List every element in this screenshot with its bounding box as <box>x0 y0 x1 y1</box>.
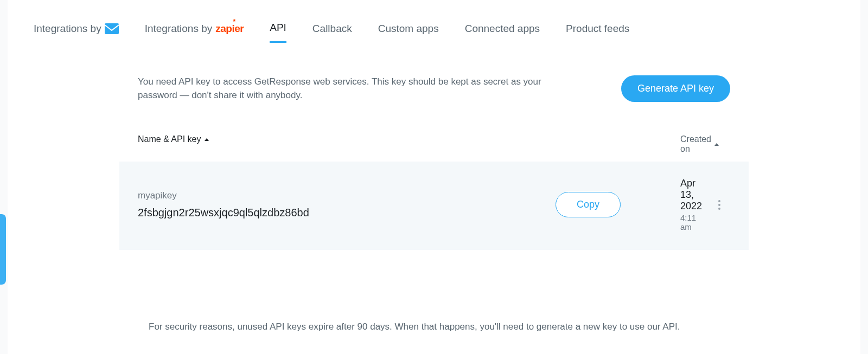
api-key-cell: myapikey 2fsbgjgn2r25wsxjqc9ql5qlzdbz86b… <box>138 190 556 219</box>
table-row: myapikey 2fsbgjgn2r25wsxjqc9ql5qlzdbz86b… <box>119 162 749 250</box>
tab-custom-apps[interactable]: Custom apps <box>378 23 439 42</box>
api-key-name: myapikey <box>138 190 556 201</box>
tab-label: Integrations by <box>145 23 213 35</box>
created-date: Apr 13, 2022 <box>680 178 709 212</box>
tab-api[interactable]: API <box>270 22 286 43</box>
sort-name-api-key[interactable]: Name & API key <box>138 134 209 144</box>
intro-text: You need API key to access GetResponse w… <box>138 75 577 102</box>
intro-row: You need API key to access GetResponse w… <box>138 75 730 102</box>
tab-integrations-envelope[interactable]: Integrations by <box>34 23 119 42</box>
tab-label: Callback <box>312 23 352 35</box>
tab-label: Connected apps <box>465 23 540 35</box>
caret-up-icon <box>714 143 719 146</box>
envelope-icon <box>105 23 119 34</box>
column-label: Name & API key <box>138 134 201 144</box>
row-actions-menu[interactable] <box>709 197 730 213</box>
tab-label: Integrations by <box>34 23 101 35</box>
api-keys-table: Name & API key Created on myapikey 2fsbg <box>119 134 749 250</box>
column-label: Created on <box>680 134 711 154</box>
svg-rect-0 <box>105 23 119 34</box>
caret-up-icon <box>205 138 209 141</box>
generate-api-key-button[interactable]: Generate API key <box>621 75 730 102</box>
tab-integrations-zapier[interactable]: Integrations by zapi*er <box>145 23 244 42</box>
table-header: Name & API key Created on <box>119 134 749 162</box>
created-cell: Apr 13, 2022 4:11 am <box>680 178 709 231</box>
tab-label: Custom apps <box>378 23 439 35</box>
copy-button[interactable]: Copy <box>556 192 621 217</box>
content-area: You need API key to access GetResponse w… <box>8 43 860 250</box>
tab-label: Product feeds <box>566 23 629 35</box>
tab-label: API <box>270 22 286 34</box>
tabs-nav: Integrations by Integrations by zapi*er … <box>8 0 860 43</box>
tab-connected-apps[interactable]: Connected apps <box>465 23 540 42</box>
page-container: Integrations by Integrations by zapi*er … <box>8 0 860 354</box>
footer-area: For security reasons, unused API keys ex… <box>8 250 860 354</box>
zapier-logo: zapi*er <box>215 23 244 35</box>
api-key-value: 2fsbgjgn2r25wsxjqc9ql5qlzdbz86bd <box>138 207 556 219</box>
created-time: 4:11 am <box>680 213 709 231</box>
footer-note: For security reasons, unused API keys ex… <box>149 320 719 334</box>
tab-callback[interactable]: Callback <box>312 23 352 42</box>
feedback-side-tab[interactable] <box>0 214 6 285</box>
sort-created-on[interactable]: Created on <box>680 134 719 154</box>
tab-product-feeds[interactable]: Product feeds <box>566 23 629 42</box>
